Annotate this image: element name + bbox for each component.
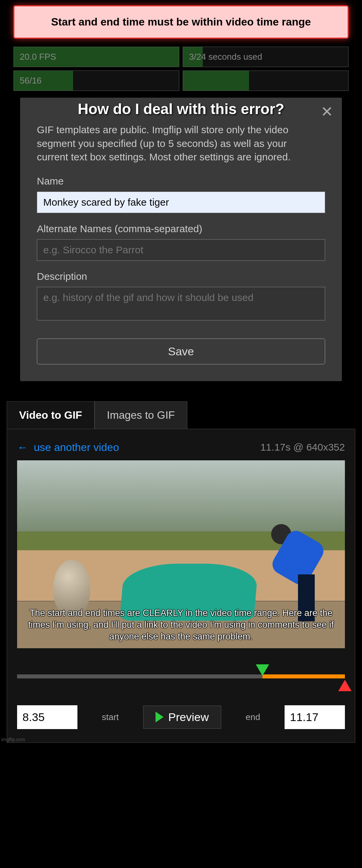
video-caption-text: The start and end times are CLEARLY in t… — [17, 607, 345, 643]
preview-button[interactable]: Preview — [143, 706, 221, 729]
save-template-modal: ✕ GIF templates are public. Imgflip will… — [20, 98, 342, 381]
seconds-stat: 3/24 seconds used — [183, 46, 349, 67]
modal-info-text: GIF templates are public. Imgflip will s… — [37, 123, 292, 164]
tab-images-to-gif[interactable]: Images to GIF — [95, 401, 187, 429]
name-label: Name — [37, 176, 325, 187]
tabs: Video to GIF Images to GIF — [7, 401, 355, 429]
stats-grid: 20.0 FPS 3/24 seconds used 56/16 — [0, 46, 362, 91]
video-meta: 11.17s @ 640x352 — [260, 441, 345, 453]
editor-panel: ← use another video 11.17s @ 640x352 The… — [7, 429, 355, 743]
alt-names-input[interactable] — [37, 239, 325, 261]
arrow-left-icon: ← — [17, 441, 28, 453]
start-marker[interactable] — [256, 664, 269, 676]
name-input[interactable] — [37, 192, 325, 213]
fps-stat: 20.0 FPS — [13, 46, 179, 67]
video-preview[interactable]: The start and end times are CLEARLY in t… — [17, 460, 345, 648]
watermark: imgflip.com — [1, 737, 25, 742]
start-label: start — [102, 712, 119, 722]
person-figure — [271, 524, 338, 618]
error-message: Start and end time must be within video … — [13, 5, 349, 39]
end-label: end — [246, 712, 260, 722]
end-marker[interactable] — [338, 680, 352, 691]
alt-names-label: Alternate Names (comma-separated) — [37, 223, 325, 235]
timeline-selection — [262, 674, 345, 678]
start-time-input[interactable] — [17, 705, 77, 729]
timeline[interactable] — [17, 665, 345, 685]
save-button[interactable]: Save — [37, 339, 325, 364]
close-icon[interactable]: ✕ — [321, 104, 333, 119]
description-input[interactable] — [37, 287, 325, 320]
controls-row: start Preview end — [17, 705, 345, 729]
frames-stat: 56/16 — [13, 70, 179, 91]
tab-video-to-gif[interactable]: Video to GIF — [7, 401, 95, 429]
end-time-input[interactable] — [285, 705, 345, 729]
description-label: Description — [37, 271, 325, 282]
use-another-video-link[interactable]: ← use another video — [17, 441, 119, 454]
play-icon — [156, 712, 164, 722]
other-stat — [183, 70, 349, 91]
